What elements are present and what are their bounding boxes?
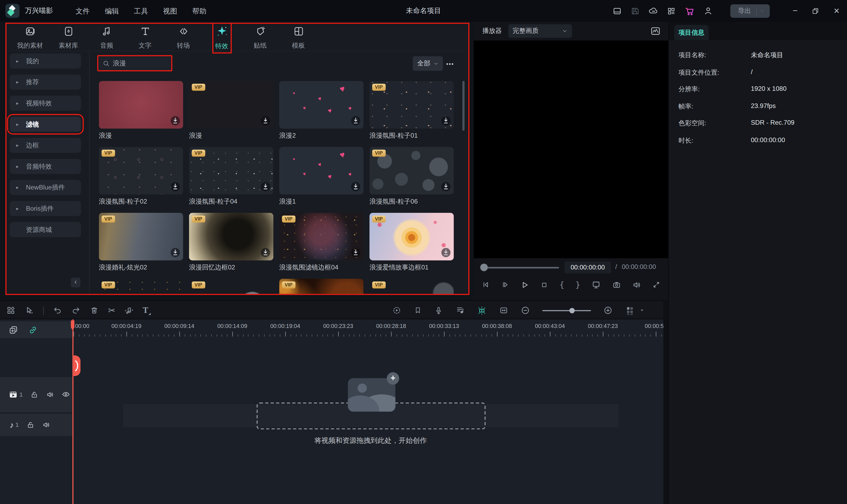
marker-icon[interactable] (414, 306, 422, 314)
download-icon[interactable] (170, 248, 181, 258)
auto-ripple-snap-icon[interactable] (477, 305, 487, 315)
tab-my-media[interactable]: 我的素材 (11, 24, 49, 51)
download-icon[interactable] (441, 248, 451, 258)
playhead-handle[interactable] (74, 356, 81, 376)
sidebar-item-2[interactable]: ▸视频特效 (10, 95, 81, 111)
sidebar-item-8[interactable]: 资源商城 (10, 222, 81, 237)
tab-text[interactable]: 文字 (126, 24, 164, 51)
track-manager-caret-icon[interactable] (639, 308, 644, 312)
video-scope-icon[interactable] (650, 26, 661, 38)
media-manage-icon[interactable] (6, 306, 16, 315)
voiceover-mic-icon[interactable] (434, 306, 443, 315)
effect-thumbnail[interactable] (99, 81, 183, 129)
seek-knob[interactable] (480, 264, 488, 271)
sidebar-item-5[interactable]: ▸音频特效 (10, 159, 81, 174)
track-manager-icon[interactable] (626, 305, 635, 315)
download-icon[interactable] (260, 248, 271, 258)
redo-icon[interactable] (71, 306, 80, 315)
effect-thumbnail[interactable]: VIP (189, 213, 273, 260)
filter-all-dropdown[interactable]: 全部 (413, 56, 443, 71)
fullscreen-button[interactable] (652, 280, 661, 289)
zoom-slider-knob[interactable] (569, 308, 575, 313)
effect-thumbnail[interactable]: VIP (370, 81, 454, 129)
mark-out-button[interactable]: } (575, 280, 580, 290)
export-button[interactable]: 导出 (730, 4, 770, 17)
zoom-out-icon[interactable] (521, 306, 530, 315)
previous-frame-button[interactable] (481, 280, 490, 289)
video-lock-icon[interactable] (31, 390, 39, 398)
user-account-icon[interactable] (703, 6, 713, 16)
fit-timeline-icon[interactable] (499, 306, 508, 315)
effect-thumbnail[interactable]: VIP (279, 279, 363, 295)
stop-button[interactable] (540, 281, 548, 289)
download-icon[interactable] (350, 116, 361, 126)
menu-item-1[interactable]: 编辑 (105, 7, 119, 15)
sidebar-item-0[interactable]: ▸我的 (10, 53, 81, 69)
download-icon[interactable] (260, 116, 271, 126)
cloud-sync-icon[interactable] (648, 6, 658, 16)
display-device-button[interactable] (591, 280, 601, 290)
audio-mute-icon[interactable] (42, 420, 50, 429)
restore-button[interactable] (812, 7, 820, 15)
download-icon[interactable] (260, 182, 271, 192)
video-mute-icon[interactable] (46, 390, 54, 398)
search-box[interactable] (97, 55, 172, 71)
audio-mixer-icon[interactable] (455, 306, 465, 315)
save-icon[interactable] (630, 6, 640, 15)
cart-icon[interactable] (684, 5, 695, 16)
mark-in-button[interactable]: { (559, 280, 564, 290)
link-clips-icon[interactable] (28, 325, 38, 335)
effect-thumbnail[interactable]: ♥♥♥♥♥♥ (279, 81, 363, 129)
tab-sticker[interactable]: 贴纸 (241, 24, 279, 51)
sidebar-collapse-button[interactable]: ‹ (71, 278, 80, 287)
sidebar-item-3[interactable]: ▸滤镜 (10, 117, 81, 132)
menu-item-0[interactable]: 文件 (76, 7, 90, 15)
next-frame-button[interactable] (501, 280, 509, 289)
download-icon[interactable] (350, 248, 361, 258)
tab-project-info[interactable]: 项目信息 (674, 25, 709, 40)
effect-thumbnail[interactable]: VIP (99, 147, 183, 195)
dashboard-grid-icon[interactable] (667, 6, 676, 15)
menu-item-4[interactable]: 帮助 (193, 7, 206, 15)
effect-thumbnail[interactable]: VIP (370, 279, 454, 295)
effects-scrollbar[interactable] (463, 81, 465, 131)
download-icon[interactable] (350, 182, 361, 192)
minimize-button[interactable]: − (792, 6, 797, 16)
effect-thumbnail[interactable]: VIP (279, 213, 363, 260)
timeline-area[interactable]: 1 ♪ 1 00:0000:00:04:1900:00:09:1400:00:1… (0, 319, 663, 504)
undo-icon[interactable] (53, 306, 62, 315)
effect-thumbnail[interactable]: VIP (370, 213, 454, 260)
more-options-button[interactable]: ••• (446, 56, 454, 71)
audio-detach-icon[interactable] (124, 306, 134, 315)
preview-viewport[interactable] (474, 40, 668, 258)
close-button[interactable]: × (834, 5, 839, 16)
add-media-track-icon[interactable] (9, 325, 19, 335)
render-preview-icon[interactable] (392, 306, 401, 315)
download-icon[interactable] (441, 182, 451, 192)
download-icon[interactable] (441, 116, 451, 126)
sidebar-item-1[interactable]: ▸推荐 (10, 75, 81, 90)
effect-thumbnail[interactable]: VIP (370, 147, 454, 195)
menu-item-3[interactable]: 视图 (163, 7, 177, 15)
timeline-zoom-slider[interactable] (542, 307, 591, 314)
tab-transition[interactable]: 转场 (164, 24, 202, 51)
effect-thumbnail[interactable]: VIP (189, 147, 273, 195)
pointer-tool-icon[interactable] (25, 306, 34, 315)
video-visibility-eye-icon[interactable] (62, 390, 70, 399)
sidebar-item-7[interactable]: ▸Boris插件 (10, 201, 81, 216)
add-media-plus-icon[interactable]: + (387, 372, 399, 384)
effect-thumbnail[interactable]: VIP (189, 81, 273, 129)
tab-stock[interactable]: 素材库 (49, 24, 88, 51)
effect-thumbnail[interactable]: VIP (99, 279, 183, 295)
sidebar-item-6[interactable]: ▸NewBlue插件 (10, 180, 81, 195)
zoom-in-icon[interactable] (603, 306, 613, 315)
seek-track[interactable] (487, 267, 559, 268)
menu-item-2[interactable]: 工具 (134, 7, 148, 15)
snapshot-camera-button[interactable] (612, 280, 621, 289)
delete-icon[interactable] (90, 306, 99, 315)
playhead-line[interactable] (72, 319, 73, 504)
download-icon[interactable] (170, 116, 181, 126)
split-scissors-icon[interactable]: ✂ (108, 305, 115, 316)
download-icon[interactable] (170, 182, 181, 192)
search-input[interactable] (113, 59, 162, 67)
